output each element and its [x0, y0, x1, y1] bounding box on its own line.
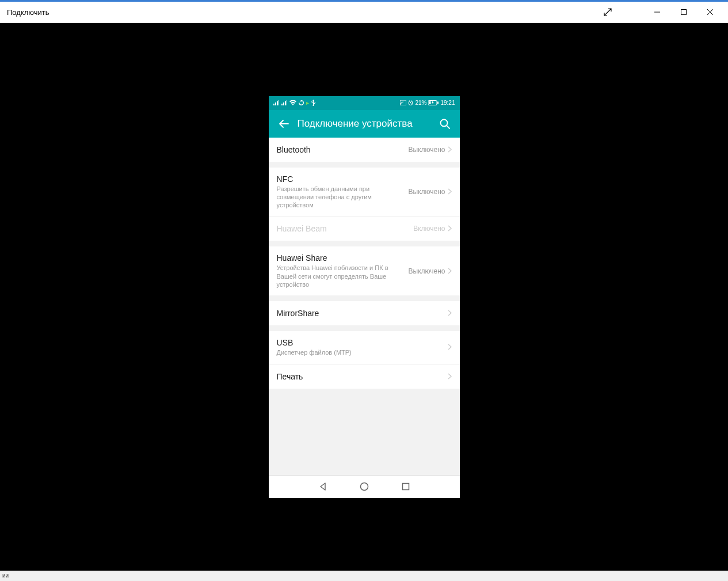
nav-back-button[interactable] — [318, 482, 327, 491]
chevron-right-icon — [448, 308, 452, 318]
status-left: ▸ — [273, 100, 315, 106]
svg-line-10 — [447, 126, 449, 128]
chevron-right-icon — [448, 371, 452, 382]
item-value: Выключено — [409, 146, 445, 154]
svg-point-11 — [360, 483, 368, 491]
settings-item-huawei-beam: Huawei BeamВключено — [269, 217, 460, 241]
square-recent-icon — [401, 482, 410, 491]
item-title: MirrorShare — [277, 309, 445, 318]
app-header: Подключение устройства — [269, 110, 460, 138]
battery-text: 21% — [415, 100, 426, 106]
cast-icon — [400, 100, 406, 105]
item-main: NFCРазрешить обмен данными при совмещени… — [277, 174, 404, 210]
settings-item-usb[interactable]: USBДиспетчер файлов (MTP) — [269, 331, 460, 364]
search-icon — [439, 118, 451, 130]
settings-item-bluetooth[interactable]: BluetoothВыключено — [269, 138, 460, 162]
svg-rect-8 — [437, 102, 439, 104]
clock-text: 19:21 — [440, 100, 455, 106]
settings-item-mirrorshare[interactable]: MirrorShare — [269, 301, 460, 325]
bottom-status-text: ии — [2, 572, 9, 579]
settings-group: BluetoothВыключено — [269, 138, 460, 162]
item-main: MirrorShare — [277, 309, 445, 318]
signal-icon — [273, 100, 279, 105]
maximize-icon — [680, 9, 687, 16]
window-title: Подключить — [7, 8, 49, 17]
battery-icon — [428, 100, 439, 105]
item-value: Выключено — [409, 267, 445, 275]
item-value: Выключено — [409, 188, 445, 196]
maximize-button[interactable] — [670, 3, 697, 21]
item-subtitle: Разрешить обмен данными при совмещении т… — [277, 185, 404, 210]
expand-icon — [604, 8, 612, 16]
svg-rect-7 — [429, 101, 431, 104]
wifi-icon — [289, 100, 296, 105]
chevron-right-icon — [448, 145, 452, 155]
play-icon: ▸ — [306, 100, 309, 106]
item-title: Huawei Share — [277, 253, 404, 263]
phone-screen: ▸ 21% 19:21 — [269, 96, 460, 498]
item-main: Печать — [277, 372, 445, 381]
close-button[interactable] — [697, 3, 723, 21]
chevron-right-icon — [448, 342, 452, 352]
settings-item-print[interactable]: Печать — [269, 364, 460, 389]
settings-list[interactable]: BluetoothВыключеноNFCРазрешить обмен дан… — [269, 138, 460, 475]
settings-item-nfc[interactable]: NFCРазрешить обмен данными при совмещени… — [269, 168, 460, 217]
phone-status-bar: ▸ 21% 19:21 — [269, 96, 460, 110]
chevron-right-icon — [448, 187, 452, 197]
item-main: Bluetooth — [277, 145, 404, 154]
nav-home-button[interactable] — [360, 482, 369, 491]
nav-recent-button[interactable] — [401, 482, 410, 491]
status-right: 21% 19:21 — [400, 100, 455, 106]
item-title: Huawei Beam — [277, 224, 409, 233]
item-title: Bluetooth — [277, 145, 404, 154]
bottom-status-bar: ии — [0, 571, 728, 581]
alarm-icon — [408, 100, 413, 105]
svg-rect-12 — [402, 484, 409, 490]
circle-home-icon — [360, 482, 369, 491]
usb-icon — [311, 100, 315, 106]
back-button[interactable] — [272, 112, 295, 135]
content-area: ▸ 21% 19:21 — [0, 23, 728, 571]
minimize-icon — [654, 9, 661, 16]
item-value: Включено — [413, 225, 445, 233]
item-subtitle: Устройства Huawei поблизости и ПК в Ваше… — [277, 264, 404, 288]
svg-rect-1 — [681, 10, 687, 15]
item-title: USB — [277, 338, 445, 347]
settings-group: Huawei ShareУстройства Huawei поблизости… — [269, 246, 460, 295]
back-arrow-icon — [278, 118, 289, 130]
chevron-right-icon — [448, 266, 452, 276]
close-icon — [707, 9, 714, 16]
item-title: Печать — [277, 372, 445, 381]
search-button[interactable] — [433, 112, 456, 135]
signal2-icon — [281, 100, 287, 105]
item-main: Huawei ShareУстройства Huawei поблизости… — [277, 253, 404, 288]
settings-item-huawei-share[interactable]: Huawei ShareУстройства Huawei поблизости… — [269, 246, 460, 295]
minimize-button[interactable] — [644, 3, 670, 21]
item-main: Huawei Beam — [277, 224, 409, 233]
settings-group: NFCРазрешить обмен данными при совмещени… — [269, 168, 460, 241]
nav-bar — [269, 475, 460, 498]
expand-button[interactable] — [594, 3, 621, 21]
title-controls — [594, 3, 723, 21]
settings-group: MirrorShare — [269, 301, 460, 325]
title-bar: Подключить — [0, 2, 728, 23]
item-main: USBДиспетчер файлов (MTP) — [277, 338, 445, 356]
item-subtitle: Диспетчер файлов (MTP) — [277, 348, 445, 356]
triangle-back-icon — [318, 482, 327, 491]
item-title: NFC — [277, 174, 404, 184]
sync-icon — [299, 100, 304, 105]
settings-group: USBДиспетчер файлов (MTP)Печать — [269, 331, 460, 388]
header-title: Подключение устройства — [298, 118, 433, 130]
chevron-right-icon — [448, 223, 452, 234]
